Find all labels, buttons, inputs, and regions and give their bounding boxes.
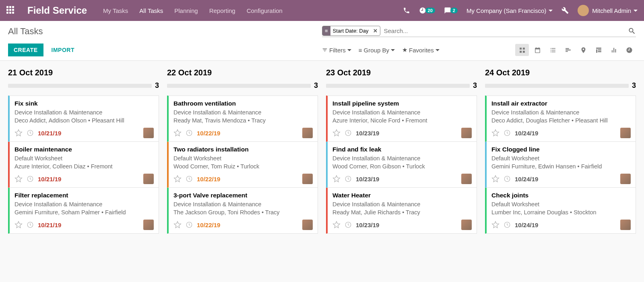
clock-icon[interactable] (345, 175, 352, 182)
card-title: Install pipeline system (332, 100, 472, 107)
clock-icon[interactable] (504, 221, 511, 228)
nav-reporting[interactable]: Reporting (209, 7, 235, 14)
clock-icon[interactable] (345, 221, 352, 228)
filters-menu[interactable]: Filters (322, 47, 351, 54)
star-icon[interactable] (173, 175, 182, 183)
search-icon[interactable] (628, 27, 636, 35)
clock-icon[interactable] (504, 129, 511, 137)
task-card[interactable]: Find and fix leakDevice Installation & M… (326, 142, 477, 188)
create-button[interactable]: CREATE (8, 44, 43, 56)
task-card[interactable]: Two radiators installationDefault Worksh… (167, 142, 318, 188)
task-card[interactable]: Install air extractorDevice Installation… (485, 95, 636, 142)
kanban-board: 21 Oct 20193Fix sinkDevice Installation … (0, 61, 644, 241)
view-gantt-button[interactable] (561, 44, 575, 56)
import-button[interactable]: IMPORT (52, 47, 74, 53)
search-bar[interactable]: ≡ Start Date: Day ✕ (322, 26, 636, 37)
column-progress[interactable] (8, 84, 152, 88)
assignee-avatar[interactable] (143, 220, 154, 230)
discuss-indicator[interactable]: 2 (444, 7, 458, 14)
assignee-avatar[interactable] (461, 128, 472, 138)
view-graph-button[interactable] (607, 44, 621, 56)
star-icon[interactable] (332, 221, 341, 229)
card-date: 10/24/19 (515, 176, 538, 182)
view-calendar-button[interactable] (530, 44, 544, 56)
nav-all-tasks[interactable]: All Tasks (139, 7, 163, 14)
task-card[interactable]: Bathroom ventilationDevice Installation … (167, 95, 318, 142)
view-pivot-button[interactable] (592, 44, 605, 56)
nav-planning[interactable]: Planning (174, 7, 198, 14)
task-card[interactable]: Filter replacementDevice Installation & … (8, 188, 159, 234)
search-facet[interactable]: ≡ Start Date: Day ✕ (322, 26, 380, 36)
clock-icon[interactable] (504, 175, 511, 182)
task-card[interactable]: Fix sinkDevice Installation & Maintenanc… (8, 95, 159, 142)
task-card[interactable]: Install pipeline systemDevice Installati… (326, 95, 477, 142)
assignee-avatar[interactable] (620, 128, 631, 138)
card-worksheet: Default Worksheet (491, 201, 631, 209)
user-menu[interactable]: Mitchell Admin (578, 5, 638, 16)
clock-icon[interactable] (345, 129, 352, 137)
clock-icon[interactable] (186, 221, 193, 228)
assignee-avatar[interactable] (302, 220, 313, 230)
column-title[interactable]: 22 Oct 2019 (167, 68, 318, 77)
company-switcher[interactable]: My Company (San Francisco) (466, 7, 553, 14)
star-icon[interactable] (14, 175, 23, 183)
assignee-avatar[interactable] (461, 220, 472, 230)
task-card[interactable]: Water HeaterDevice Installation & Mainte… (326, 188, 477, 234)
card-customer: Ready Mat, Travis Mendoza • Tracy (173, 117, 313, 125)
nav-my-tasks[interactable]: My Tasks (103, 7, 128, 14)
clock-icon[interactable] (186, 175, 193, 182)
groupby-menu[interactable]: ≡Group By (359, 47, 395, 54)
card-date: 10/22/19 (197, 176, 220, 182)
card-customer: Azure Interior, Colleen Diaz • Fremont (14, 163, 154, 171)
app-brand[interactable]: Field Service (27, 5, 87, 16)
column-title[interactable]: 24 Oct 2019 (485, 68, 636, 77)
clock-icon[interactable] (27, 129, 34, 137)
phone-icon[interactable] (403, 7, 410, 14)
apps-icon[interactable] (6, 6, 15, 15)
view-list-button[interactable] (546, 44, 559, 56)
column-progress[interactable] (326, 84, 470, 88)
assignee-avatar[interactable] (302, 174, 313, 184)
clock-icon[interactable] (186, 129, 193, 137)
card-worksheet: Default Worksheet (14, 155, 154, 163)
star-icon[interactable] (14, 129, 23, 137)
nav-configuration[interactable]: Configuration (247, 7, 283, 14)
card-date: 10/23/19 (356, 176, 379, 182)
task-card[interactable]: Fix Clogged lineDefault WorksheetGemini … (485, 142, 636, 188)
star-icon[interactable] (14, 221, 23, 229)
view-map-button[interactable] (576, 44, 590, 56)
assignee-avatar[interactable] (302, 128, 313, 138)
assignee-avatar[interactable] (143, 174, 154, 184)
column-progress[interactable] (167, 84, 311, 88)
star-icon[interactable] (173, 221, 182, 229)
task-card[interactable]: 3-port Valve replacementDevice Installat… (167, 188, 318, 234)
favorites-menu[interactable]: ★Favorites (402, 46, 440, 54)
view-kanban-button[interactable] (515, 44, 529, 56)
star-icon[interactable] (491, 129, 500, 137)
card-customer: Deco Addict, Addison Olson • Pleasant Hi… (14, 117, 154, 125)
star-icon[interactable] (332, 175, 341, 183)
star-icon[interactable] (491, 221, 500, 229)
card-date: 10/22/19 (197, 130, 220, 137)
assignee-avatar[interactable] (461, 174, 472, 184)
activity-indicator[interactable]: 20 (419, 7, 435, 14)
debug-icon[interactable] (561, 7, 569, 14)
star-icon[interactable] (332, 129, 341, 137)
clock-icon[interactable] (27, 175, 34, 182)
card-worksheet: Device Installation & Maintenance (332, 109, 472, 117)
search-input[interactable] (384, 27, 628, 34)
assignee-avatar[interactable] (620, 174, 631, 184)
star-icon[interactable] (173, 129, 182, 137)
task-card[interactable]: Check jointsDefault WorksheetLumber Inc,… (485, 188, 636, 234)
task-card[interactable]: Boiler maintenanceDefault WorksheetAzure… (8, 142, 159, 188)
column-count: 3 (155, 81, 159, 90)
remove-facet-icon[interactable]: ✕ (371, 28, 380, 34)
column-title[interactable]: 21 Oct 2019 (8, 68, 159, 77)
assignee-avatar[interactable] (143, 128, 154, 138)
star-icon[interactable] (491, 175, 500, 183)
clock-icon[interactable] (27, 221, 34, 228)
column-title[interactable]: 23 Oct 2019 (326, 68, 477, 77)
view-activity-button[interactable] (622, 44, 636, 56)
assignee-avatar[interactable] (620, 220, 631, 230)
column-progress[interactable] (485, 84, 629, 88)
